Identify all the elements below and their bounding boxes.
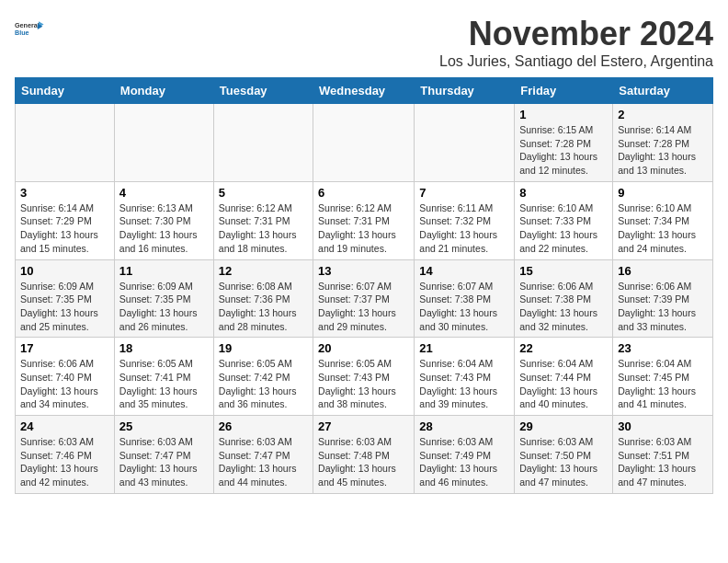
day-number: 20 [318,341,409,355]
calendar-cell: 23Sunrise: 6:04 AM Sunset: 7:45 PM Dayli… [613,338,713,416]
day-info: Sunrise: 6:03 AM Sunset: 7:46 PM Dayligh… [20,435,109,489]
calendar-cell: 22Sunrise: 6:04 AM Sunset: 7:44 PM Dayli… [515,338,613,416]
day-info: Sunrise: 6:09 AM Sunset: 7:35 PM Dayligh… [20,280,109,334]
day-number: 21 [419,341,509,355]
day-info: Sunrise: 6:06 AM Sunset: 7:38 PM Dayligh… [519,280,608,334]
calendar-cell: 6Sunrise: 6:12 AM Sunset: 7:31 PM Daylig… [313,181,415,259]
day-info: Sunrise: 6:03 AM Sunset: 7:49 PM Dayligh… [419,435,509,489]
day-info: Sunrise: 6:05 AM Sunset: 7:41 PM Dayligh… [119,357,209,411]
day-info: Sunrise: 6:12 AM Sunset: 7:31 PM Dayligh… [219,201,308,256]
calendar-cell: 16Sunrise: 6:06 AM Sunset: 7:39 PM Dayli… [613,259,713,338]
day-number: 9 [618,186,708,200]
day-info: Sunrise: 6:14 AM Sunset: 7:28 PM Dayligh… [618,123,708,178]
day-number: 6 [318,186,409,200]
calendar-cell: 29Sunrise: 6:03 AM Sunset: 7:50 PM Dayli… [515,416,613,494]
day-number: 17 [20,341,109,355]
day-info: Sunrise: 6:07 AM Sunset: 7:37 PM Dayligh… [318,280,409,334]
weekday-header-saturday: Saturday [613,78,713,104]
calendar-cell: 2Sunrise: 6:14 AM Sunset: 7:28 PM Daylig… [613,104,713,182]
day-number: 10 [20,264,109,278]
day-info: Sunrise: 6:13 AM Sunset: 7:30 PM Dayligh… [119,201,209,256]
day-number: 2 [618,108,708,121]
calendar-cell [213,104,313,182]
calendar-cell: 19Sunrise: 6:05 AM Sunset: 7:42 PM Dayli… [213,338,313,416]
day-number: 4 [119,186,209,200]
day-info: Sunrise: 6:03 AM Sunset: 7:48 PM Dayligh… [318,435,409,489]
calendar-cell [415,104,515,182]
calendar-cell: 26Sunrise: 6:03 AM Sunset: 7:47 PM Dayli… [213,416,313,494]
calendar-cell: 1Sunrise: 6:15 AM Sunset: 7:28 PM Daylig… [515,104,613,182]
calendar-cell: 9Sunrise: 6:10 AM Sunset: 7:34 PM Daylig… [613,181,713,259]
calendar-cell: 7Sunrise: 6:11 AM Sunset: 7:32 PM Daylig… [415,181,515,259]
calendar-cell: 14Sunrise: 6:07 AM Sunset: 7:38 PM Dayli… [415,259,515,338]
weekday-header-monday: Monday [114,78,213,104]
logo-icon: GeneralBlue [15,15,44,44]
weekday-header-tuesday: Tuesday [213,78,313,104]
day-number: 15 [519,264,608,278]
day-info: Sunrise: 6:14 AM Sunset: 7:29 PM Dayligh… [20,201,109,256]
calendar-cell: 15Sunrise: 6:06 AM Sunset: 7:38 PM Dayli… [515,259,613,338]
day-number: 14 [419,264,509,278]
calendar-cell: 13Sunrise: 6:07 AM Sunset: 7:37 PM Dayli… [313,259,415,338]
calendar-cell: 8Sunrise: 6:10 AM Sunset: 7:33 PM Daylig… [515,181,613,259]
day-info: Sunrise: 6:12 AM Sunset: 7:31 PM Dayligh… [318,201,409,256]
calendar-cell [313,104,415,182]
day-number: 30 [618,419,708,433]
day-info: Sunrise: 6:07 AM Sunset: 7:38 PM Dayligh… [419,280,509,334]
day-number: 27 [318,419,409,433]
day-info: Sunrise: 6:06 AM Sunset: 7:40 PM Dayligh… [20,357,109,411]
day-number: 11 [119,264,209,278]
calendar-cell: 27Sunrise: 6:03 AM Sunset: 7:48 PM Dayli… [313,416,415,494]
day-number: 22 [519,341,608,355]
calendar-cell: 24Sunrise: 6:03 AM Sunset: 7:46 PM Dayli… [16,416,115,494]
location: Los Juries, Santiago del Estero, Argenti… [439,53,713,70]
day-number: 13 [318,264,409,278]
calendar-cell: 4Sunrise: 6:13 AM Sunset: 7:30 PM Daylig… [114,181,213,259]
day-info: Sunrise: 6:03 AM Sunset: 7:47 PM Dayligh… [119,435,209,489]
header: GeneralBlue November 2024 Los Juries, Sa… [15,15,713,70]
day-number: 12 [219,264,308,278]
calendar-cell: 30Sunrise: 6:03 AM Sunset: 7:51 PM Dayli… [613,416,713,494]
day-info: Sunrise: 6:10 AM Sunset: 7:34 PM Dayligh… [618,201,708,256]
day-info: Sunrise: 6:09 AM Sunset: 7:35 PM Dayligh… [119,280,209,334]
day-info: Sunrise: 6:03 AM Sunset: 7:47 PM Dayligh… [219,435,308,489]
day-number: 5 [219,186,308,200]
svg-text:Blue: Blue [15,29,29,37]
day-number: 19 [219,341,308,355]
day-info: Sunrise: 6:06 AM Sunset: 7:39 PM Dayligh… [618,280,708,334]
calendar-cell: 10Sunrise: 6:09 AM Sunset: 7:35 PM Dayli… [16,259,115,338]
calendar-cell: 12Sunrise: 6:08 AM Sunset: 7:36 PM Dayli… [213,259,313,338]
calendar-cell: 25Sunrise: 6:03 AM Sunset: 7:47 PM Dayli… [114,416,213,494]
calendar-cell: 11Sunrise: 6:09 AM Sunset: 7:35 PM Dayli… [114,259,213,338]
weekday-header-wednesday: Wednesday [313,78,415,104]
day-info: Sunrise: 6:11 AM Sunset: 7:32 PM Dayligh… [419,201,509,256]
title-area: November 2024 Los Juries, Santiago del E… [439,15,713,70]
day-number: 23 [618,341,708,355]
weekday-header-sunday: Sunday [16,78,115,104]
day-number: 16 [618,264,708,278]
day-number: 7 [419,186,509,200]
day-info: Sunrise: 6:15 AM Sunset: 7:28 PM Dayligh… [519,123,608,178]
day-number: 29 [519,419,608,433]
logo: GeneralBlue [15,15,44,44]
day-info: Sunrise: 6:05 AM Sunset: 7:43 PM Dayligh… [318,357,409,411]
day-number: 18 [119,341,209,355]
day-number: 25 [119,419,209,433]
day-info: Sunrise: 6:04 AM Sunset: 7:44 PM Dayligh… [519,357,608,411]
calendar-cell [16,104,115,182]
calendar-cell: 5Sunrise: 6:12 AM Sunset: 7:31 PM Daylig… [213,181,313,259]
month-title: November 2024 [439,15,713,53]
day-number: 8 [519,186,608,200]
day-number: 24 [20,419,109,433]
weekday-header-friday: Friday [515,78,613,104]
day-info: Sunrise: 6:05 AM Sunset: 7:42 PM Dayligh… [219,357,308,411]
calendar-table: SundayMondayTuesdayWednesdayThursdayFrid… [15,77,713,494]
day-info: Sunrise: 6:03 AM Sunset: 7:50 PM Dayligh… [519,435,608,489]
calendar-cell: 17Sunrise: 6:06 AM Sunset: 7:40 PM Dayli… [16,338,115,416]
day-info: Sunrise: 6:04 AM Sunset: 7:45 PM Dayligh… [618,357,708,411]
calendar-cell: 28Sunrise: 6:03 AM Sunset: 7:49 PM Dayli… [415,416,515,494]
calendar-cell: 3Sunrise: 6:14 AM Sunset: 7:29 PM Daylig… [16,181,115,259]
day-number: 3 [20,186,109,200]
day-info: Sunrise: 6:03 AM Sunset: 7:51 PM Dayligh… [618,435,708,489]
day-number: 26 [219,419,308,433]
